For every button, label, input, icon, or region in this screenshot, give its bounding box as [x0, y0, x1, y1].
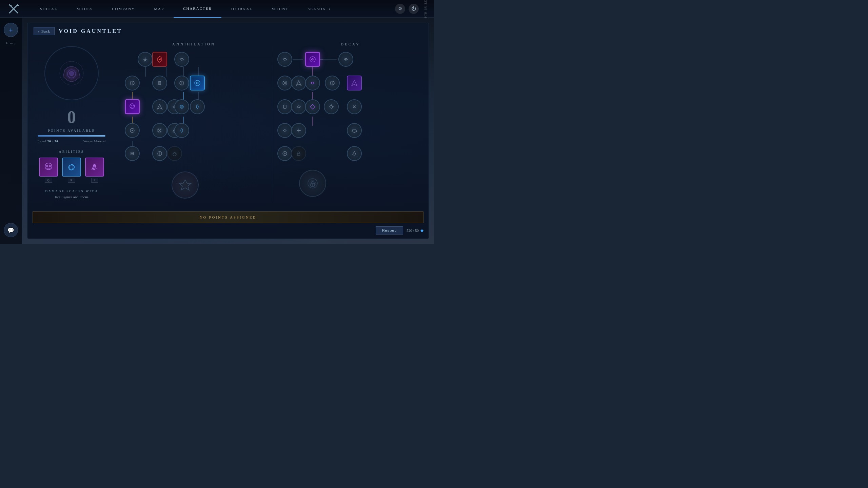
ability-claw[interactable] — [85, 158, 104, 177]
node-ann-r3-c5[interactable] — [190, 99, 205, 114]
settings-button[interactable]: ⚙ — [395, 4, 405, 14]
node-circle-dec-r3-c4 — [324, 99, 339, 114]
node-circle-ann-r2-c2 — [152, 76, 167, 90]
nav-item-company[interactable]: COMPANY — [102, 0, 144, 18]
weapon-circle — [44, 46, 99, 100]
level-info: Level 20 / 20 Weapon Mastered — [38, 140, 105, 143]
node-circle-dec-r1-c3 — [338, 52, 353, 67]
node-ann-r4-c4[interactable] — [174, 123, 189, 138]
group-button[interactable]: ＋ — [4, 23, 18, 37]
svg-point-64 — [308, 179, 317, 188]
node-dec-r1-c2[interactable] — [305, 52, 320, 67]
node-dec-r3-c3[interactable] — [305, 99, 320, 114]
node-ann-r2-c1[interactable] — [125, 76, 140, 90]
node-ann-r1-c1[interactable] — [138, 52, 153, 67]
nav-item-modes[interactable]: MODES — [67, 0, 103, 18]
node-dec-r3-c2[interactable] — [291, 99, 306, 114]
node-ann-r1-c2[interactable] — [152, 52, 167, 67]
node-dec-bottom[interactable] — [299, 170, 326, 197]
nav-item-journal[interactable]: JOURNAL — [221, 0, 262, 18]
node-ann-r3-c1[interactable] — [125, 99, 140, 114]
node-ann-r2-c3[interactable] — [174, 76, 189, 90]
damage-value: Intelligence and Focus — [45, 195, 98, 199]
nav-item-season3[interactable]: SEASON 3 — [298, 0, 340, 18]
respec-button[interactable]: Respec — [376, 226, 403, 235]
svg-point-8 — [49, 165, 51, 167]
respec-bar: Respec 520 / 50 ◆ — [33, 225, 423, 236]
gem-icon: ◆ — [420, 228, 423, 233]
node-circle-ann-r2-c3 — [174, 76, 189, 90]
skill-panel: ‹ Back VOID GAUNTLET — [27, 23, 429, 239]
node-ann-r5-c2[interactable] — [152, 146, 167, 161]
points-display: 0 — [67, 107, 76, 127]
node-ann-r1-c3[interactable] — [174, 52, 189, 67]
node-ann-r5-c3[interactable] — [167, 146, 182, 161]
svg-point-7 — [46, 165, 48, 167]
claw-icon — [89, 162, 100, 172]
node-ann-r5-c1[interactable] — [125, 146, 140, 161]
annihilation-title: ANNIHILATION — [116, 39, 272, 49]
back-button[interactable]: ‹ Back — [34, 27, 55, 35]
node-dec-r4-c1[interactable] — [277, 123, 292, 138]
group-icon: ＋ — [8, 26, 14, 34]
node-circle-dec-r2-c1 — [277, 76, 292, 90]
ability-vortex[interactable] — [62, 158, 81, 177]
respec-cost: 520 / 50 ◆ — [407, 228, 423, 233]
node-circle-dec-r3-c2 — [291, 99, 306, 114]
ptr-build-label: PTR BUILD — [424, 0, 427, 18]
svg-point-67 — [312, 184, 313, 186]
node-circle-ann-r3-c2 — [152, 99, 167, 114]
nav-item-character[interactable]: CHARACTER — [174, 0, 221, 18]
node-dec-r4-c2[interactable] — [291, 123, 306, 138]
node-ann-r3-c4[interactable] — [174, 99, 189, 114]
left-sidebar: ＋ Group 💬 — [0, 18, 22, 244]
node-dec-r3-c1[interactable] — [277, 99, 292, 114]
node-ann-r3-c2[interactable] — [152, 99, 167, 114]
node-dec-r5-c3[interactable] — [347, 146, 362, 161]
node-dec-r2-c5[interactable] — [347, 76, 362, 90]
node-dec-r1-c3[interactable] — [338, 52, 353, 67]
node-dec-r5-c1[interactable] — [277, 146, 292, 161]
node-ann-r2-c2[interactable] — [152, 76, 167, 90]
vortex-icon — [66, 162, 77, 172]
weapon-display — [41, 43, 102, 104]
node-ann-r2-c4[interactable] — [190, 76, 205, 90]
abilities-section: ABILITIES — [34, 150, 109, 183]
mastered-text: Weapon Mastered — [83, 140, 105, 143]
node-circle-dec-r3-c5 — [347, 99, 362, 114]
level-bar-fill — [38, 135, 105, 137]
node-dec-r4-c3[interactable] — [347, 123, 362, 138]
nav-item-social[interactable]: SOCIAL — [31, 0, 67, 18]
node-square-blue-r2 — [190, 76, 205, 90]
node-dec-r5-c2[interactable] — [291, 146, 306, 161]
decay-title: DECAY — [272, 39, 429, 49]
node-dec-r1-c1[interactable] — [277, 52, 292, 67]
chat-button[interactable]: 💬 — [4, 223, 18, 237]
node-circle-ann-r3-c4 — [174, 99, 189, 114]
svg-point-37 — [132, 130, 133, 131]
nav-item-mount[interactable]: MOUNT — [262, 0, 298, 18]
main-content: ‹ Back VOID GAUNTLET — [22, 18, 434, 244]
annihilation-tree: ANNIHILATION — [116, 39, 272, 209]
node-dec-r2-c2[interactable] — [291, 76, 306, 90]
svg-point-33 — [133, 105, 134, 106]
level-bar-container — [38, 135, 105, 137]
svg-point-50 — [345, 59, 347, 60]
power-button[interactable]: ⏻ — [409, 4, 419, 14]
node-dec-r3-c4[interactable] — [324, 99, 339, 114]
respec-cost-value: 520 / 50 — [407, 228, 419, 232]
node-dec-r2-c1[interactable] — [277, 76, 292, 90]
node-circle-ann-r5-c1 — [125, 146, 140, 161]
node-ann-bottom[interactable] — [172, 171, 199, 199]
node-ann-r4-c2[interactable] — [152, 123, 167, 138]
node-circle-ann-r3-c5 — [190, 99, 205, 114]
nav-item-map[interactable]: MAP — [144, 0, 174, 18]
node-dec-r3-c5[interactable] — [347, 99, 362, 114]
node-dec-r2-c3[interactable] — [305, 76, 320, 90]
back-label: Back — [41, 29, 51, 33]
level-current: 20 — [47, 140, 51, 143]
node-dec-r2-c4[interactable] — [325, 76, 340, 90]
ability-skull[interactable] — [39, 158, 58, 177]
svg-point-32 — [131, 105, 132, 106]
node-ann-r4-c1[interactable] — [125, 123, 140, 138]
